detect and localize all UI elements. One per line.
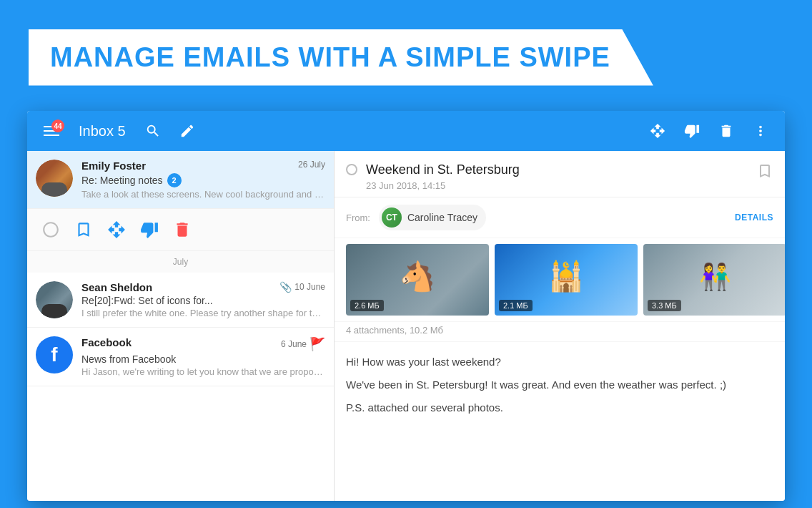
email-subject-sean: Re[20]:Fwd: Set of icons for...: [81, 295, 325, 306]
attachment-icon: 📎: [279, 281, 292, 293]
toolbar-left-icons: [137, 115, 203, 147]
delete-button[interactable]: [710, 115, 742, 147]
attachment-thumb-3[interactable]: 3.3 МБ: [643, 244, 785, 316]
email-item-emily[interactable]: Emily Foster 26 July Re: Meeting notes 2…: [27, 151, 334, 209]
email-subject-bar: Weekend in St. Petersburg 23 Jun 2018, 1…: [335, 151, 785, 197]
sender-name-emily: Emily Foster: [81, 160, 146, 172]
email-list: Emily Foster 26 July Re: Meeting notes 2…: [27, 151, 335, 501]
sender-chip[interactable]: CT Caroline Tracey: [379, 205, 486, 230]
move-swipe-button[interactable]: [107, 220, 126, 239]
app-window: 44 Inbox 5: [27, 111, 785, 501]
email-preview-facebook: Hi Jason, we're writing to let you know …: [81, 366, 325, 377]
inbox-title: Inbox 5: [79, 123, 126, 140]
content: Emily Foster 26 July Re: Meeting notes 2…: [27, 151, 785, 501]
attachment-label-1: 2.6 МБ: [350, 300, 384, 311]
flag-icon: 🚩: [310, 336, 325, 352]
bookmark-button[interactable]: [74, 220, 93, 239]
toolbar-left: 44 Inbox 5: [36, 115, 642, 147]
email-date-emily: 26 July: [298, 160, 325, 170]
sender-chip-name: Caroline Tracey: [407, 212, 477, 223]
email-body-sean: Sean Sheldon 📎 10 June Re[20]:Fwd: Set o…: [81, 281, 325, 318]
banner-title-wrap: MANAGE EMAILS WITH A SIMPLE SWIPE: [29, 29, 653, 86]
email-item-sean[interactable]: Sean Sheldon 📎 10 June Re[20]:Fwd: Set o…: [27, 273, 334, 328]
move-button[interactable]: [642, 115, 673, 147]
email-header-emily: Emily Foster 26 July: [81, 160, 325, 172]
email-date-facebook: 6 June 🚩: [281, 336, 325, 352]
read-status-indicator: [346, 164, 357, 175]
thumbsdown-button[interactable]: [676, 115, 708, 147]
swipe-actions: [27, 209, 334, 251]
from-row: From: CT Caroline Tracey DETAILS: [335, 197, 785, 238]
avatar-sean: [36, 281, 73, 318]
date-separator: July: [27, 251, 334, 273]
banner: MANAGE EMAILS WITH A SIMPLE SWIPE: [0, 0, 812, 114]
body-line-2: We've been in St. Petersburg! It was gre…: [346, 376, 773, 394]
banner-title: MANAGE EMAILS WITH A SIMPLE SWIPE: [50, 42, 610, 73]
email-header-facebook: Facebook 6 June 🚩: [81, 336, 325, 352]
attachments-info: 4 attachments, 10.2 Мб: [335, 322, 785, 342]
mark-button[interactable]: [41, 220, 60, 239]
email-item-facebook[interactable]: f Facebook 6 June 🚩 News from Facebook H…: [27, 328, 334, 386]
compose-button[interactable]: [172, 115, 203, 147]
email-body-text: Hi! How was your last weekend? We've bee…: [335, 342, 785, 428]
email-body-emily: Emily Foster 26 July Re: Meeting notes 2…: [81, 160, 325, 200]
inbox-badge: 44: [51, 119, 64, 132]
email-subject-date: 23 Jun 2018, 14:15: [366, 180, 756, 191]
email-body-facebook: Facebook 6 June 🚩 News from Facebook Hi …: [81, 336, 325, 377]
body-line-1: Hi! How was your last weekend?: [346, 353, 773, 371]
from-label: From:: [346, 213, 370, 223]
email-preview-emily: Take a look at these screens. New cool b…: [81, 189, 325, 200]
subject-info: Weekend in St. Petersburg 23 Jun 2018, 1…: [366, 162, 756, 191]
unread-badge-emily: 2: [167, 173, 182, 187]
thumbsdown-swipe-button[interactable]: [140, 220, 159, 239]
avatar-facebook: f: [36, 336, 73, 373]
sender-name-facebook: Facebook: [81, 336, 132, 348]
attachment-thumb-1[interactable]: 2.6 МБ: [346, 244, 489, 316]
sender-name-sean: Sean Sheldon: [81, 281, 152, 293]
avatar-emily: [36, 160, 73, 197]
attachment-label-3: 3.3 МБ: [648, 300, 681, 311]
search-button[interactable]: [137, 115, 169, 147]
bookmark-icon[interactable]: [756, 162, 773, 184]
email-date-sean: 📎 10 June: [279, 281, 325, 293]
more-button[interactable]: [745, 115, 776, 147]
toolbar: 44 Inbox 5: [27, 111, 785, 151]
email-preview-sean: I still prefer the white one. Please try…: [81, 308, 325, 318]
body-line-4: P.S. attached our several photos.: [346, 399, 773, 416]
menu-button[interactable]: 44: [36, 115, 67, 147]
email-subject-title: Weekend in St. Petersburg: [366, 162, 756, 177]
details-link[interactable]: DETAILS: [735, 213, 773, 223]
sender-avatar-small: CT: [382, 207, 402, 228]
email-subject-facebook: News from Facebook: [81, 353, 325, 365]
attachment-thumb-2[interactable]: 2.1 МБ: [495, 244, 638, 316]
email-detail: Weekend in St. Petersburg 23 Jun 2018, 1…: [335, 151, 785, 501]
email-header-sean: Sean Sheldon 📎 10 June: [81, 281, 325, 293]
delete-swipe-button[interactable]: [173, 220, 192, 239]
email-subject-emily: Re: Meeting notes 2: [81, 173, 325, 187]
toolbar-right: [642, 115, 776, 147]
attachment-label-2: 2.1 МБ: [499, 300, 533, 311]
attachments-row: 2.6 МБ 2.1 МБ 3.3 МБ 2.6: [335, 238, 785, 322]
